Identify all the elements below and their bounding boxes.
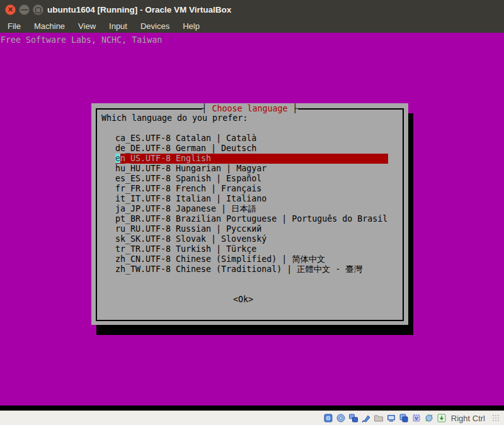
features-chip-icon[interactable]: V	[411, 413, 421, 423]
language-option-tr[interactable]: tr_TR.UTF-8 Turkish | Türkçe	[115, 244, 388, 254]
optical-disc-icon[interactable]	[336, 413, 346, 423]
language-option-hu[interactable]: hu_HU.UTF-8 Hungarian | Magyar	[115, 164, 388, 174]
menu-file[interactable]: File	[8, 21, 21, 31]
title-left-tick: ┤	[202, 104, 207, 113]
choose-language-dialog: ┤Choose language├ Which language do you …	[91, 103, 408, 325]
menu-devices[interactable]: Devices	[140, 21, 169, 31]
menu-help[interactable]: Help	[183, 21, 200, 31]
language-option-sk[interactable]: sk_SK.UTF-8 Slovak | Slovenský	[115, 234, 388, 244]
dialog-title-text: Choose language	[207, 104, 292, 113]
maximize-button[interactable]: ▢	[33, 4, 43, 15]
menu-input[interactable]: Input	[109, 21, 127, 31]
hard-disk-icon[interactable]	[323, 413, 333, 423]
selected-language-text: n_US.UTF-8 English	[120, 154, 211, 163]
window-titlebar: ✕ — ▢ ubuntu1604 [Running] - Oracle VM V…	[0, 0, 504, 19]
language-option-ca[interactable]: ca_ES.UTF-8 Catalan | Català	[115, 133, 388, 144]
video-capture-icon[interactable]	[399, 413, 409, 423]
language-option-de[interactable]: de_DE.UTF-8 German | Deutsch	[115, 144, 388, 154]
minimize-button[interactable]: —	[19, 4, 30, 15]
language-option-it[interactable]: it_IT.UTF-8 Italian | Italiano	[115, 194, 388, 204]
statusbar: V Right Ctrl	[0, 411, 504, 425]
dialog-title: ┤Choose language├	[202, 104, 297, 114]
language-option-zh-cn[interactable]: zh_CN.UTF-8 Chinese (Simplified) | 简体中文	[115, 254, 388, 264]
title-right-tick: ├	[293, 104, 298, 113]
vm-console-screen: Free Software Labs, NCHC, Taiwan ┤Choose…	[0, 33, 504, 411]
resize-grip[interactable]	[491, 414, 500, 422]
dialog-prompt: Which language do you prefer:	[101, 113, 248, 123]
language-option-es[interactable]: es_ES.UTF-8 Spanish | Español	[115, 174, 388, 184]
menubar: File Machine View Input Devices Help	[0, 19, 504, 33]
keyboard-capture-icon[interactable]	[437, 413, 447, 423]
language-option-zh-tw[interactable]: zh_TW.UTF-8 Chinese (Traditional) | 正體中文…	[115, 264, 388, 275]
network-icon[interactable]	[348, 413, 358, 423]
language-list: ca_ES.UTF-8 Catalan | Català de_DE.UTF-8…	[115, 133, 388, 275]
console-letterbox	[0, 405, 504, 411]
console-banner: Free Software Labs, NCHC, Taiwan	[1, 35, 162, 45]
usb-icon[interactable]	[361, 413, 371, 423]
ok-button[interactable]: <Ok>	[233, 295, 253, 305]
shared-folder-icon[interactable]	[374, 413, 384, 423]
menu-view[interactable]: View	[78, 21, 96, 31]
menu-machine[interactable]: Machine	[34, 21, 65, 31]
window-title: ubuntu1604 [Running] - Oracle VM Virtual…	[47, 0, 231, 19]
statusbar-icons: V	[323, 413, 447, 423]
text-cursor: e	[115, 154, 120, 163]
language-option-en-selected[interactable]: en_US.UTF-8 English	[115, 154, 388, 164]
language-option-ru[interactable]: ru_RU.UTF-8 Russian | Русский	[115, 224, 388, 234]
display-icon[interactable]	[386, 413, 396, 423]
language-option-ja[interactable]: ja_JP.UTF-8 Japanese | 日本語	[115, 204, 388, 214]
language-option-pt-br[interactable]: pt_BR.UTF-8 Brazilian Portuguese | Portu…	[115, 214, 388, 224]
host-key-label: Right Ctrl	[451, 414, 485, 423]
svg-text:V: V	[415, 416, 418, 421]
close-button[interactable]: ✕	[5, 4, 16, 15]
language-option-fr[interactable]: fr_FR.UTF-8 French | Français	[115, 184, 388, 194]
mouse-integration-icon[interactable]	[424, 413, 434, 423]
